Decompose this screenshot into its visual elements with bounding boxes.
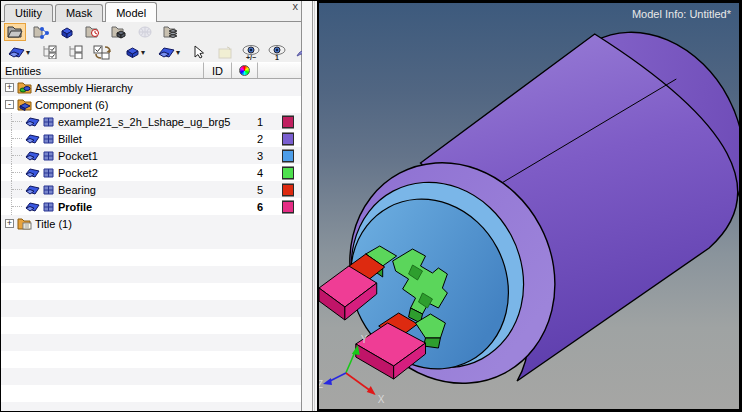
- mesh-grid-icon: [42, 183, 56, 196]
- component-folder-icon: [17, 98, 33, 111]
- component-id: 2: [245, 133, 275, 145]
- browser-toolbar-row1: [1, 22, 301, 42]
- model-browser-panel: x Utility Mask Model: [1, 1, 302, 411]
- component-id: 6: [245, 201, 275, 213]
- expand-toggle[interactable]: +: [5, 219, 14, 228]
- component-id: 4: [245, 167, 275, 179]
- close-panel-button[interactable]: x: [293, 1, 299, 11]
- eye-plus-minus-icon[interactable]: +/−: [240, 43, 262, 61]
- axis-y-label: Y: [361, 334, 368, 345]
- cube-menu-icon[interactable]: ▾: [120, 43, 150, 61]
- mesh-grid-icon: [42, 132, 56, 145]
- block-icon[interactable]: [56, 23, 78, 41]
- color-swatch[interactable]: [282, 201, 294, 213]
- mesh-grid-icon: [42, 149, 56, 162]
- component-id: 1: [245, 116, 275, 128]
- title-folder-icon: [17, 217, 33, 230]
- axis-x: [346, 373, 371, 391]
- tree-row-assembly-hierarchy[interactable]: + Assembly Hierarchy: [1, 79, 301, 96]
- graphics-viewport[interactable]: Model Info: Untitled*: [317, 1, 741, 411]
- column-header-id[interactable]: ID: [204, 62, 232, 78]
- tab-bar: Utility Mask Model: [1, 1, 301, 22]
- pointer-icon[interactable]: [188, 43, 210, 61]
- column-header-blank: [258, 62, 301, 78]
- color-swatch[interactable]: [282, 150, 294, 162]
- mesh-grid-icon: [42, 166, 56, 179]
- expand-toggle[interactable]: +: [5, 83, 14, 92]
- chevron-down-icon: ▾: [176, 48, 180, 57]
- tree-checkboxes-icon[interactable]: [38, 43, 60, 61]
- color-swatch[interactable]: [282, 184, 294, 196]
- collapse-toggle[interactable]: -: [5, 100, 14, 109]
- chevron-down-icon: ▾: [141, 48, 145, 57]
- component-id: 3: [245, 150, 275, 162]
- color-swatch[interactable]: [282, 116, 294, 128]
- entity-share-icon[interactable]: [30, 23, 52, 41]
- chevron-down-icon: ▾: [26, 48, 30, 57]
- browser-toolbar-row2: ▾ ▾ ▾: [1, 42, 301, 62]
- folder-mesh-icon[interactable]: [108, 23, 130, 41]
- eye-one-icon[interactable]: 1: [266, 43, 288, 61]
- panel-splitter[interactable]: [302, 1, 317, 411]
- mesh-grid-icon: [42, 200, 56, 213]
- note-icon[interactable]: [214, 43, 236, 61]
- entity-tree: + Assembly Hierarchy - Component (6) exa…: [1, 79, 301, 411]
- component-id: 5: [245, 184, 275, 196]
- tree-connector: [11, 198, 25, 215]
- color-swatch[interactable]: [282, 133, 294, 145]
- geometry-plane-icon: [25, 115, 40, 128]
- tree-connector: [11, 147, 25, 164]
- axis-z-label: Z: [319, 379, 323, 390]
- tree-row-component[interactable]: Pocket1 3: [1, 147, 301, 164]
- tree-row-component-folder[interactable]: - Component (6): [1, 96, 301, 113]
- tree-row-component[interactable]: Billet 2: [1, 130, 301, 147]
- checkbox-sync-icon[interactable]: [90, 43, 116, 61]
- folder-open-icon[interactable]: [4, 23, 26, 41]
- folder-stack-icon[interactable]: [160, 23, 182, 41]
- tree-connector: [11, 164, 25, 181]
- tree-row-component[interactable]: example21_s_2h_Lshape_ug_brg5 1: [1, 113, 301, 130]
- assembly-folder-icon: [17, 81, 33, 94]
- tree-row-component[interactable]: Profile 6: [1, 198, 301, 215]
- application-window: x Utility Mask Model: [0, 0, 742, 412]
- axis-x-label: X: [378, 394, 385, 405]
- model-canvas[interactable]: Y X Z: [319, 3, 739, 409]
- geometry-plane-menu-icon[interactable]: ▾: [4, 43, 34, 61]
- geometry-plane-icon: [25, 132, 40, 145]
- sphere-icon[interactable]: [134, 23, 156, 41]
- color-swatch[interactable]: [282, 167, 294, 179]
- tab-mask[interactable]: Mask: [55, 4, 103, 22]
- folder-history-icon[interactable]: [82, 23, 104, 41]
- axis-z-arrowhead: [323, 378, 332, 385]
- tree-expand-icon[interactable]: [64, 43, 86, 61]
- tree-row-title[interactable]: + Title (1): [1, 215, 301, 232]
- geometry-plane-icon: [25, 200, 40, 213]
- geometry-plane-icon: [25, 166, 40, 179]
- tree-connector: [11, 181, 25, 198]
- plane-menu-icon[interactable]: ▾: [154, 43, 184, 61]
- tab-model[interactable]: Model: [105, 2, 157, 22]
- geometry-plane-icon: [25, 183, 40, 196]
- color-wheel-icon: [239, 65, 250, 76]
- tree-header: Entities ID: [1, 62, 301, 79]
- tree-row-component[interactable]: Bearing 5: [1, 181, 301, 198]
- geometry-plane-icon: [25, 149, 40, 162]
- column-header-entities[interactable]: Entities: [1, 62, 204, 78]
- mesh-grid-icon: [42, 115, 56, 128]
- tree-connector: [11, 130, 25, 147]
- tree-connector: [11, 113, 25, 130]
- axis-x-arrowhead: [367, 386, 376, 395]
- tab-utility[interactable]: Utility: [4, 4, 53, 22]
- tree-row-component[interactable]: Pocket2 4: [1, 164, 301, 181]
- column-header-color[interactable]: [232, 62, 258, 78]
